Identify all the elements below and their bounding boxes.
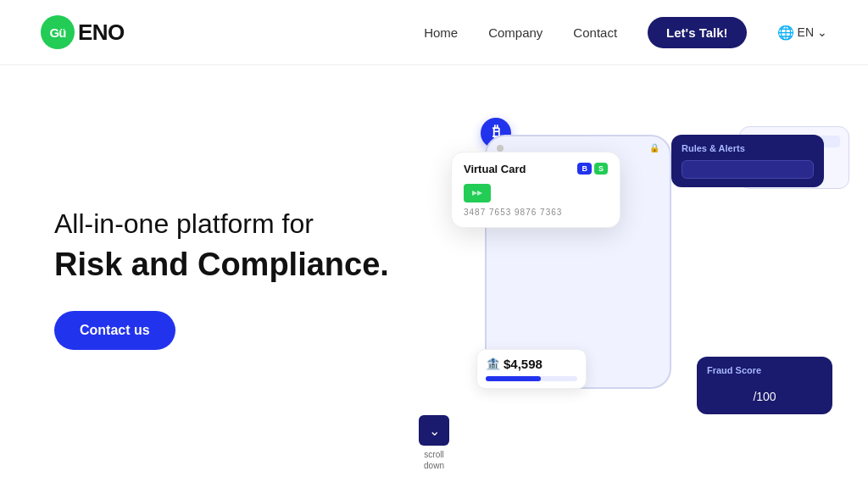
phone-camera-dot (497, 145, 504, 152)
globe-icon: 🌐 (777, 25, 794, 41)
virtual-card: Virtual Card B S 3487 7653 9876 7363 (451, 152, 620, 228)
virtual-card-title: Virtual Card (464, 163, 526, 175)
header: Gü ENO Home Company Contact Let's Talk! … (0, 0, 868, 65)
badge-b: B (577, 163, 592, 175)
balance-row: 🏦 $4,598 (486, 357, 577, 371)
balance-bar-fill (486, 376, 541, 381)
hero-left: All-in-one platform for Risk and Complia… (0, 65, 407, 488)
lang-label: EN (798, 25, 814, 39)
fraud-score-card: Fraud Score /100 (697, 357, 832, 414)
balance-card: 🏦 $4,598 (476, 349, 587, 389)
contact-us-button[interactable]: Contact us (54, 311, 175, 350)
scroll-label: scroll down (424, 449, 444, 471)
nav-contact[interactable]: Contact (573, 25, 617, 40)
nav-home[interactable]: Home (424, 25, 458, 40)
card-chip (464, 184, 491, 202)
nav-company[interactable]: Company (488, 25, 542, 40)
rules-card-title: Rules & Alerts (682, 143, 814, 153)
scroll-down-indicator: ⌄ scroll down (419, 415, 449, 471)
scroll-chevron-icon: ⌄ (419, 415, 449, 446)
card-number: 3487 7653 9876 7363 (464, 208, 608, 217)
virtual-card-badges: B S (577, 163, 608, 175)
virtual-card-header: Virtual Card B S (464, 163, 608, 175)
hero-title: Risk and Compliance. (54, 246, 407, 285)
hero-right: ₿ 🔒 Virtual Card B S (407, 65, 868, 488)
illustration: ₿ 🔒 Virtual Card B S (434, 109, 841, 465)
bank-icon: 🏦 (486, 357, 500, 370)
hero-subtitle: All-in-one platform for (54, 207, 407, 242)
phone-lock-icon: 🔒 (649, 143, 659, 152)
balance-amount: $4,598 (504, 357, 542, 371)
chevron-down-icon: ⌄ (817, 25, 827, 39)
logo: Gü ENO (41, 15, 125, 49)
fraud-score-value: /100 (707, 382, 822, 406)
rules-input-field (682, 160, 814, 179)
balance-bar-bg (486, 376, 577, 381)
logo-circle: Gü (41, 15, 75, 49)
badge-s: S (594, 163, 608, 175)
language-selector[interactable]: 🌐 EN ⌄ (777, 25, 827, 41)
logo-text: ENO (78, 19, 125, 46)
main-nav: Home Company Contact Let's Talk! 🌐 EN ⌄ (424, 17, 827, 48)
fraud-card-title: Fraud Score (707, 365, 822, 375)
rules-alerts-card: Rules & Alerts (671, 135, 824, 187)
lets-talk-button[interactable]: Let's Talk! (648, 17, 746, 48)
